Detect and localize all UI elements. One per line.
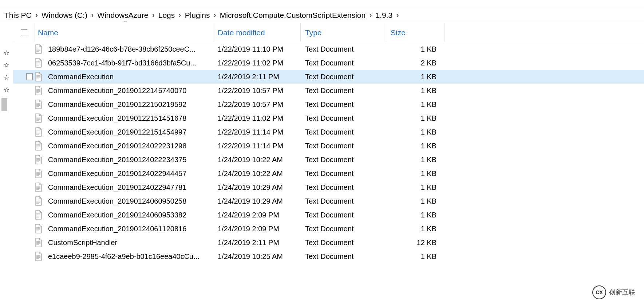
column-header-date[interactable]: Date modified xyxy=(213,23,301,42)
file-date: 1/22/2019 10:57 PM xyxy=(213,84,301,97)
file-name-cell[interactable]: CommandExecution_20190122151454997 xyxy=(35,125,213,139)
breadcrumb-item[interactable]: Microsoft.Compute.CustomScriptExtension xyxy=(218,11,367,20)
file-name-cell[interactable]: CommandExecution xyxy=(35,70,213,84)
file-name: CommandExecution_20190124022234375 xyxy=(48,156,186,164)
select-all-checkbox[interactable] xyxy=(21,29,27,36)
table-row[interactable]: CommandExecution_201901221457400701/22/2… xyxy=(13,84,644,97)
column-label: Type xyxy=(305,28,322,37)
file-size: 1 KB xyxy=(386,153,445,167)
text-file-icon xyxy=(35,238,42,247)
table-row[interactable]: CommandExecution_201901240609502581/24/2… xyxy=(13,194,644,208)
file-size: 12 KB xyxy=(386,236,445,249)
file-name-cell[interactable]: CommandExecution_20190124061120816 xyxy=(35,222,213,236)
file-type: Text Document xyxy=(301,222,386,236)
file-date: 1/22/2019 11:02 PM xyxy=(213,111,301,125)
table-row[interactable]: CommandExecution_201901240222312981/22/2… xyxy=(13,139,644,153)
file-name-cell[interactable]: CommandExecution_20190124022944457 xyxy=(35,167,213,180)
file-name: CommandExecution_20190124022947781 xyxy=(48,183,186,192)
file-type: Text Document xyxy=(301,249,386,263)
table-row[interactable]: CommandExecution_201901240229477811/24/2… xyxy=(13,180,644,194)
file-name-cell[interactable]: e1caeeb9-2985-4f62-a9eb-b01c16eea40cCu..… xyxy=(35,249,213,263)
column-header-name[interactable]: ︿ Name xyxy=(35,23,213,42)
file-size: 2 KB xyxy=(386,56,445,70)
table-row[interactable]: CommandExecution_201901240611208161/24/2… xyxy=(13,222,644,236)
file-name-cell[interactable]: CommandExecution_20190124022234375 xyxy=(35,153,213,167)
row-checkbox-cell[interactable] xyxy=(13,180,35,194)
chevron-right-icon[interactable]: › xyxy=(35,11,38,20)
table-row[interactable]: CustomScriptHandler1/24/2019 2:11 PMText… xyxy=(13,236,644,249)
column-label: Date modified xyxy=(218,28,265,37)
text-file-icon xyxy=(35,224,42,233)
breadcrumb-item[interactable]: This PC xyxy=(3,11,33,20)
file-date: 1/24/2019 2:09 PM xyxy=(213,208,301,222)
file-name-cell[interactable]: CommandExecution_20190122151451678 xyxy=(35,111,213,125)
quick-access-bar xyxy=(0,23,13,263)
file-name: CustomScriptHandler xyxy=(48,239,117,247)
column-header-size[interactable]: Size xyxy=(386,23,445,42)
column-label: Name xyxy=(38,28,58,37)
row-checkbox-cell[interactable] xyxy=(13,153,35,167)
file-name-cell[interactable]: CommandExecution_20190124060950258 xyxy=(35,194,213,208)
row-checkbox-cell[interactable] xyxy=(13,42,35,56)
chevron-right-icon[interactable]: › xyxy=(214,11,216,20)
chevron-right-icon[interactable]: › xyxy=(369,11,372,20)
file-name-cell[interactable]: CommandExecution_20190124060953382 xyxy=(35,208,213,222)
file-name-cell[interactable]: CommandExecution_20190122150219592 xyxy=(35,97,213,111)
table-row[interactable]: CommandExecution1/24/2019 2:11 PMText Do… xyxy=(13,70,644,84)
row-checkbox-cell[interactable] xyxy=(13,125,35,139)
row-checkbox-cell[interactable] xyxy=(13,70,35,84)
row-checkbox-cell[interactable] xyxy=(13,111,35,125)
table-row[interactable]: CommandExecution_201901221502195921/22/2… xyxy=(13,97,644,111)
row-checkbox[interactable] xyxy=(26,73,33,80)
file-name-cell[interactable]: CommandExecution_20190122145740070 xyxy=(35,84,213,97)
row-checkbox-cell[interactable] xyxy=(13,208,35,222)
table-row[interactable]: CommandExecution_201901240229444571/24/2… xyxy=(13,167,644,180)
sort-indicator-icon: ︿ xyxy=(38,18,213,24)
file-name: 06253539-7ce1-4fbb-91f7-bd3166d3bfa5Cu..… xyxy=(48,59,196,67)
table-row[interactable]: 06253539-7ce1-4fbb-91f7-bd3166d3bfa5Cu..… xyxy=(13,56,644,70)
file-name-cell[interactable]: CustomScriptHandler xyxy=(35,236,213,249)
text-file-icon xyxy=(35,113,42,123)
file-type: Text Document xyxy=(301,56,386,70)
file-name-cell[interactable]: 06253539-7ce1-4fbb-91f7-bd3166d3bfa5Cu..… xyxy=(35,56,213,70)
text-file-icon xyxy=(35,210,42,220)
row-checkbox-cell[interactable] xyxy=(13,222,35,236)
row-checkbox-cell[interactable] xyxy=(13,167,35,180)
file-size: 1 KB xyxy=(386,249,445,263)
pin-icon[interactable] xyxy=(2,61,11,70)
file-name-cell[interactable]: CommandExecution_20190124022231298 xyxy=(35,139,213,153)
column-header-type[interactable]: Type xyxy=(301,23,386,42)
row-checkbox-cell[interactable] xyxy=(13,84,35,97)
text-file-icon xyxy=(35,58,42,68)
file-name: CommandExecution_20190122145740070 xyxy=(48,87,186,95)
table-row[interactable]: CommandExecution_201901240222343751/24/2… xyxy=(13,153,644,167)
text-file-icon xyxy=(35,169,42,178)
table-row[interactable]: CommandExecution_201901221514516781/22/2… xyxy=(13,111,644,125)
file-date: 1/24/2019 2:11 PM xyxy=(213,70,301,84)
pin-icon[interactable] xyxy=(2,73,11,82)
chevron-right-icon[interactable]: › xyxy=(396,11,399,20)
row-checkbox-cell[interactable] xyxy=(13,56,35,70)
row-checkbox-cell[interactable] xyxy=(13,139,35,153)
table-row[interactable]: 189b84e7-d126-46c6-b78e-38cb6f250ceeC...… xyxy=(13,42,644,56)
file-name-cell[interactable]: 189b84e7-d126-46c6-b78e-38cb6f250ceeC... xyxy=(35,42,213,56)
table-row[interactable]: CommandExecution_201901221514549971/22/2… xyxy=(13,125,644,139)
table-row[interactable]: e1caeeb9-2985-4f62-a9eb-b01c16eea40cCu..… xyxy=(13,249,644,263)
file-type: Text Document xyxy=(301,194,386,208)
file-list: ︿ Name Date modified Type Size 189b84e7-… xyxy=(13,23,644,263)
breadcrumb-item[interactable]: 1.9.3 xyxy=(374,11,394,20)
row-checkbox-cell[interactable] xyxy=(13,97,35,111)
text-file-icon xyxy=(35,86,42,95)
file-type: Text Document xyxy=(301,180,386,194)
file-date: 1/24/2019 10:25 AM xyxy=(213,249,301,263)
scrollbar-thumb[interactable] xyxy=(1,98,7,111)
table-row[interactable]: CommandExecution_201901240609533821/24/2… xyxy=(13,208,644,222)
row-checkbox-cell[interactable] xyxy=(13,249,35,263)
row-checkbox-cell[interactable] xyxy=(13,194,35,208)
pin-icon[interactable] xyxy=(2,86,11,95)
pin-icon[interactable] xyxy=(2,49,11,57)
file-name: CommandExecution_20190124060950258 xyxy=(48,197,186,205)
row-checkbox-cell[interactable] xyxy=(13,236,35,249)
file-name-cell[interactable]: CommandExecution_20190124022947781 xyxy=(35,180,213,194)
select-all-column[interactable] xyxy=(13,23,35,42)
